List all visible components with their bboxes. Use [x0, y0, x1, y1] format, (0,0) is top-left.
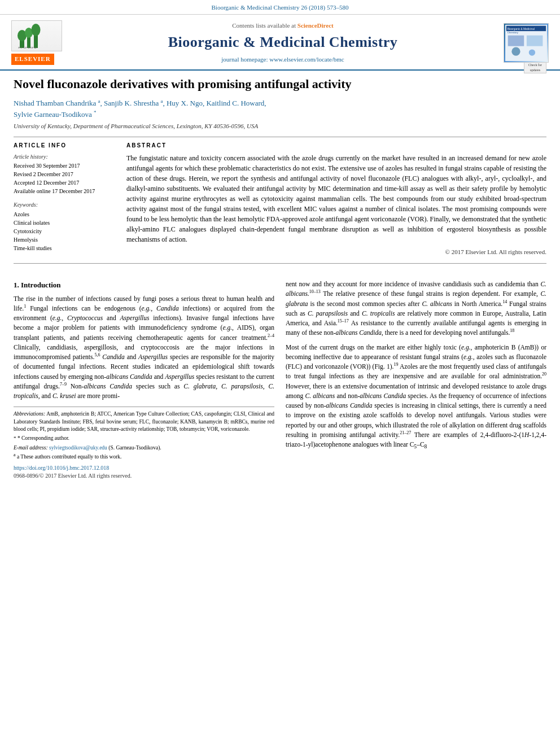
svg-text:Chemistry: Chemistry: [508, 31, 519, 34]
equal-contribution-footnote: a a These authors contributed equally to…: [14, 453, 274, 461]
svg-text:ELSEVIER: ELSEVIER: [18, 46, 37, 49]
svg-text:Bioorganic & Medicinal: Bioorganic & Medicinal: [508, 28, 535, 30]
journal-citation-bar: Bioorganic & Medicinal Chemistry 26 (201…: [0, 0, 560, 15]
divider-after-abstract: [14, 263, 546, 264]
svg-point-14: [529, 49, 535, 55]
elsevier-graphic: ELSEVIER: [11, 20, 62, 51]
abstract-label: ABSTRACT: [126, 142, 546, 150]
keyword-clinical-isolates: Clinical isolates: [14, 219, 115, 227]
content-right-column: nent now and they account for more incid…: [286, 279, 546, 480]
keywords-label: Keywords:: [14, 201, 115, 209]
journal-header: ELSEVIER ELSEVIER Contents lists availab…: [0, 15, 560, 70]
revised2-date: Accepted 12 December 2017: [14, 179, 115, 187]
article-title: Novel fluconazole derivatives with promi…: [14, 76, 546, 93]
history-label: Article history:: [14, 153, 115, 161]
sciencedirect-link[interactable]: ScienceDirect: [298, 22, 334, 29]
elsevier-tree-icon: ELSEVIER: [17, 23, 56, 49]
intro-para3: Most of the current drugs on the market …: [286, 343, 546, 451]
keyword-azoles: Azoles: [14, 211, 115, 219]
journal-cover-thumbnail: Bioorganic & Medicinal Chemistry: [504, 23, 549, 63]
sciencedirect-line: Contents lists available at ScienceDirec…: [62, 21, 504, 30]
journal-title: Bioorganic & Medicinal Chemistry: [62, 32, 504, 53]
received-date: Received 30 September 2017: [14, 162, 115, 170]
authors: Nishad Thamban Chandrika a, Sanjib K. Sh…: [14, 98, 546, 120]
article-info-panel: ARTICLE INFO Article history: Received 3…: [14, 142, 115, 256]
footnotes-section: Abbreviations: AmB, amphotericin B; ATCC…: [14, 407, 274, 480]
svg-point-5: [32, 24, 41, 36]
divider-after-affiliation: [14, 137, 546, 137]
abstract-section: ABSTRACT The fungistatic nature and toxi…: [126, 142, 546, 256]
main-content: 1. Introduction The rise in the number o…: [0, 274, 560, 486]
journal-homepage: journal homepage: www.elsevier.com/locat…: [62, 55, 504, 64]
keyword-cytotoxicity: Cytotoxicity: [14, 228, 115, 235]
abbreviations-footnote: Abbreviations: AmB, amphotericin B; ATCC…: [14, 410, 274, 433]
content-left-column: 1. Introduction The rise in the number o…: [14, 279, 274, 480]
svg-point-13: [511, 47, 520, 55]
keyword-hemolysis: Hemolysis: [14, 236, 115, 244]
doi-line[interactable]: https://doi.org/10.1016/j.bmc.2017.12.01…: [14, 464, 274, 472]
journal-header-center: Contents lists available at ScienceDirec…: [62, 21, 504, 64]
elsevier-logo-text: ELSEVIER: [11, 54, 54, 64]
intro-heading: 1. Introduction: [14, 279, 274, 291]
abstract-text: The fungistatic nature and toxicity conc…: [126, 153, 546, 244]
affiliation: University of Kentucky, Department of Ph…: [14, 122, 546, 130]
corresponding-footnote: * * Corresponding author.: [14, 435, 274, 442]
email-footnote: E-mail address: sylviegtsodikova@uky.edu…: [14, 444, 274, 452]
revised1-date: Revised 2 December 2017: [14, 171, 115, 178]
two-col-content: 1. Introduction The rise in the number o…: [14, 279, 546, 480]
article-info-label: ARTICLE INFO: [14, 142, 115, 150]
copyright-line: © 2017 Elsevier Ltd. All rights reserved…: [126, 248, 546, 256]
svg-rect-12: [527, 35, 542, 46]
article-body: ✓ Check for updates Novel fluconazole de…: [0, 71, 560, 274]
article-history: Article history: Received 30 September 2…: [14, 153, 115, 195]
intro-para1: The rise in the number of infections cau…: [14, 294, 274, 401]
svg-rect-11: [508, 35, 524, 46]
keyword-time-kill: Time-kill studies: [14, 244, 115, 252]
issn-line: 0968-0896/© 2017 Elsevier Ltd. All right…: [14, 472, 274, 480]
article-info-abstract: ARTICLE INFO Article history: Received 3…: [14, 142, 546, 256]
intro-para2: nent now and they account for more incid…: [286, 279, 546, 338]
elsevier-logo-block: ELSEVIER ELSEVIER: [11, 20, 62, 64]
available-date: Available online 17 December 2017: [14, 187, 115, 195]
keywords-section: Keywords: Azoles Clinical isolates Cytot…: [14, 201, 115, 252]
journal-citation-text: Bioorganic & Medicinal Chemistry 26 (201…: [212, 4, 349, 11]
